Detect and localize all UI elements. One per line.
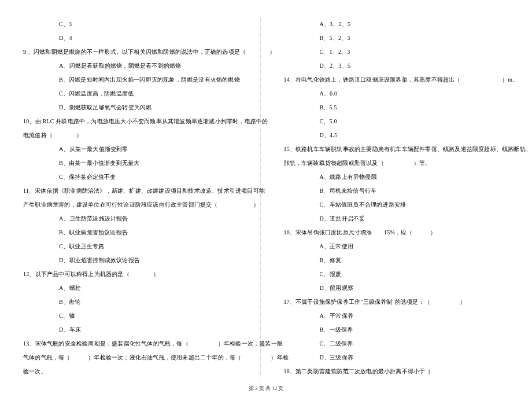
option-8c: C、3 [23, 17, 249, 31]
question-13-line3: 验一次。 [23, 365, 249, 378]
option-16d: D、留用观察 [284, 281, 509, 295]
option-11a: A、卫生防范设施设计报告 [23, 212, 249, 226]
option-8d: D、4 [23, 31, 249, 45]
right-column: A、3、2、5 B、5、2、3 C、1、2、3 D、2、3、5 14、在电气化铁… [284, 17, 509, 378]
option-10b: B、由某一最小值渐变到无量大 [23, 156, 249, 170]
option-12d: D、车床 [23, 323, 249, 337]
option-14c: C、5.0 [284, 115, 509, 128]
option-11d: D、职业危害控制成效议论报告 [23, 253, 249, 267]
question-10-line2: 电流值将（ ） [23, 128, 249, 142]
option-12a: A、螺栓 [23, 281, 249, 295]
option-9c: C、闪燃温度高，阴燃温度低 [23, 87, 249, 101]
option-12b: B、齿轮 [23, 295, 249, 309]
option-13a: A、3、2、5 [284, 17, 509, 31]
option-14a: A、6.0 [284, 87, 509, 101]
option-13d: D、2、3、5 [284, 59, 509, 73]
option-16a: A、正常使用 [284, 240, 509, 253]
question-17: 17、不属于设施保护保养工作"三级保养制"的选项是：（ ） [284, 295, 509, 309]
option-15b: B、司机未按信号行车 [284, 184, 509, 198]
option-10a: A、从某一最大值渐变到零 [23, 142, 249, 156]
option-15a: A、线路上有异物侵限 [284, 170, 509, 184]
exam-page: C、3 D、4 9 、闪燃和阴燃是燃烧的不一样形式。以下相关闪燃和阴燃的说法中，… [0, 0, 532, 390]
option-14b: B、5.5 [284, 101, 509, 115]
option-15c: C、车站值班员不合理的进路安排 [284, 198, 509, 212]
option-15d: D、道岔开启不妥 [284, 212, 509, 226]
question-11-line2: 产生职业病危害的，建设单位在可行性论证阶段应该向行政主管部门提交（ ） [23, 198, 249, 212]
question-11-line1: 11、宋体依据《职业病防治法》，新建、扩建、改建建设项目和技术改造、技术引进项目… [23, 184, 249, 198]
option-17b: B、一级保养 [284, 323, 509, 337]
page-footer: 第 2 页 共 12 页 [0, 385, 532, 392]
question-14: 14、在电气化铁路上，铁路道口双侧应设限界架，其高度不得超出（ ）m。 [284, 73, 509, 87]
question-13-line2: 气体的气瓶，每（ ）年检验一次；液化石油气瓶，使用未超出二十年的，每（ ）年检 [23, 351, 249, 365]
option-14d: D、4.5 [284, 128, 509, 142]
option-11b: B、职业病危害预议论报告 [23, 226, 249, 240]
option-16c: C、报废 [284, 267, 509, 281]
option-10c: C、保持某必定值不变 [23, 170, 249, 184]
option-17c: C、二级保养 [284, 337, 509, 351]
option-16b: B、修复 [284, 253, 509, 267]
option-12c: C、轴 [23, 309, 249, 323]
left-column: C、3 D、4 9 、闪燃和阴燃是燃烧的不一样形式。以下相关闪燃和阴燃的说法中，… [23, 17, 261, 378]
question-15-line1: 15、铁路机车车辆脱轨事故的主要隐患有机车车辆配件零落、线路及道岔限度超标、线路… [284, 142, 509, 156]
question-16: 16、宋体吊钩张口度比原尺寸增添 15%，应（ ） [284, 226, 509, 240]
option-17d: D、三级保养 [284, 351, 509, 365]
option-9d: D、阴燃获取足够氧气会转变为闪燃 [23, 101, 249, 115]
question-13-line1: 13、宋体气瓶的安全检验周期是：盛装腐化性气体的气瓶，每（ ）年检验一次；盛装一… [23, 337, 249, 351]
option-17a: A、平常保养 [284, 309, 509, 323]
question-18: 18、第二类防雷建筑防范二次放电的最小距离不得小于（ ） [284, 365, 509, 378]
question-10-line1: 10、由 RLC 并联电路中，为电源电压大小不变而频率从其谐波频率逐渐减小到零时… [23, 115, 249, 128]
question-15-line2: 胀轨，车辆装载货物超限或坠落以及（ ）等。 [284, 156, 509, 170]
option-11c: C、职业卫生专篇 [23, 240, 249, 253]
option-9a: A、闪燃是看获取的燃烧，阴燃是看不到的燃烧 [23, 59, 249, 73]
option-13b: B、5、2、3 [284, 31, 509, 45]
option-9b: B、闪燃是短时间内出现火焰一闪即灭的现象，阴燃是没有火焰的燃烧 [23, 73, 249, 87]
question-9: 9 、闪燃和阴燃是燃烧的不一样形式。以下相关闪燃和阴燃的说法中，正确的选项是（ … [23, 45, 249, 59]
question-12: 12、以下产品中可以称得上为机器的是（ ） [23, 267, 249, 281]
option-13c: C、1、2、3 [284, 45, 509, 59]
